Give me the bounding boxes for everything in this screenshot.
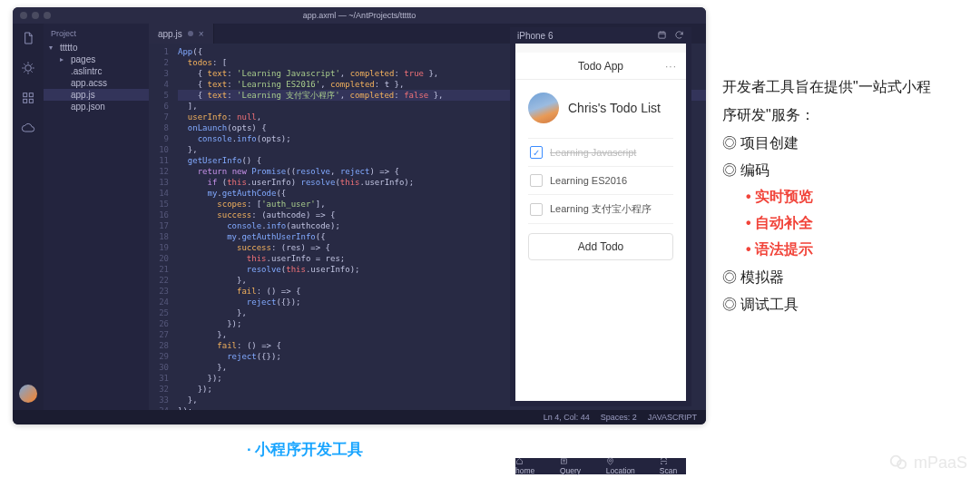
file-label: pages	[71, 54, 95, 64]
todo-item-1[interactable]: Learning ES2016	[528, 166, 673, 194]
files-icon[interactable]	[21, 31, 35, 48]
navbar-more-icon[interactable]: ···	[665, 60, 677, 73]
bb-scan[interactable]: Scan	[660, 457, 686, 475]
chevron-icon: ▾	[49, 44, 56, 52]
note-item-simulator: 模拟器	[722, 265, 967, 291]
note-item-project: 项目创建	[722, 131, 967, 157]
explorer-title: Project	[44, 27, 149, 42]
todo-item-0[interactable]: Learning Javascript	[528, 138, 673, 166]
svg-point-0	[25, 65, 32, 72]
notes-panel: 开发者工具旨在提供"一站式小程 序研发"服务： 项目创建 编码 实时预览 自动补…	[722, 74, 967, 320]
status-lang: JAVASCRIPT	[648, 413, 697, 422]
window-title: app.axml — ~/AntProjects/ttttto	[303, 11, 416, 20]
file-label: app.acss	[71, 78, 107, 88]
file-label: .aslintrc	[71, 66, 102, 76]
todo-item-2[interactable]: Learning 支付宝小程序	[528, 194, 673, 224]
tree-item--aslintrc[interactable]: .aslintrc	[44, 65, 149, 77]
tree-item-app-acss[interactable]: app.acss	[44, 77, 149, 89]
simulator-toolbar: iPhone 6	[510, 27, 691, 44]
activity-bar	[13, 24, 44, 410]
simulator-screen: Todo App ··· Chris's Todo List Learning …	[515, 44, 686, 401]
status-lncol: Ln 4, Col: 44	[544, 413, 590, 422]
todo-checkbox[interactable]	[530, 146, 543, 159]
window-controls[interactable]	[20, 12, 51, 19]
titlebar: app.axml — ~/AntProjects/ttttto	[13, 7, 706, 24]
app-navbar: Todo App ···	[515, 53, 686, 80]
file-explorer: Project ▾ttttto▸pages.aslintrcapp.acssap…	[44, 24, 149, 410]
wechat-icon	[888, 453, 908, 473]
tree-item-app-json[interactable]: app.json	[44, 101, 149, 112]
todo-list-title: Chris's Todo List	[568, 101, 661, 115]
add-todo-button[interactable]: Add Todo	[528, 233, 673, 260]
user-avatar	[528, 93, 559, 123]
status-spaces: Spaces: 2	[601, 413, 637, 422]
tree-item-app-js[interactable]: app.js	[44, 89, 149, 101]
add-todo-label: Add Todo	[578, 240, 624, 253]
watermark: mPaaS	[888, 453, 967, 473]
calendar-icon[interactable]	[657, 30, 667, 42]
svg-rect-5	[659, 32, 665, 38]
tab-app-js[interactable]: app.js ×	[149, 24, 214, 44]
components-icon[interactable]	[21, 91, 35, 108]
svg-rect-2	[29, 93, 33, 97]
bb-home[interactable]: home	[515, 457, 544, 475]
todo-text: Learning Javascript	[550, 147, 636, 158]
bb-query[interactable]: Query	[560, 457, 590, 475]
debug-icon[interactable]	[21, 61, 35, 78]
file-label: ttttto	[60, 43, 77, 53]
file-label: app.js	[71, 90, 95, 100]
dirty-indicator-icon	[188, 31, 193, 36]
tab-close-icon[interactable]: ×	[199, 29, 204, 39]
line-gutter: 1234567891011121314151617181920212223242…	[149, 44, 174, 410]
refresh-icon[interactable]	[674, 30, 684, 42]
notes-intro-1: 开发者工具旨在提供"一站式小程	[722, 74, 967, 101]
note-sub-preview: 实时预览	[746, 184, 967, 210]
note-sub-syntax: 语法提示	[746, 237, 967, 263]
note-item-debug: 调试工具	[722, 292, 967, 318]
tree-item-pages[interactable]: ▸pages	[44, 54, 149, 65]
tab-label: app.js	[158, 29, 182, 39]
chevron-icon: ▸	[60, 55, 67, 63]
cloud-icon[interactable]	[21, 121, 35, 138]
min-dot[interactable]	[32, 12, 39, 19]
status-bar: Ln 4, Col: 44 Spaces: 2 JAVASCRIPT	[13, 410, 706, 424]
watermark-text: mPaaS	[914, 454, 967, 473]
todo-text: Learning 支付宝小程序	[550, 202, 652, 216]
todo-checkbox[interactable]	[530, 203, 543, 216]
figure-caption: 小程序开发工具	[247, 439, 363, 460]
tree-item-ttttto[interactable]: ▾ttttto	[44, 42, 149, 54]
svg-rect-3	[24, 99, 27, 102]
close-dot[interactable]	[20, 12, 27, 19]
svg-rect-4	[29, 99, 33, 102]
svg-point-7	[609, 460, 611, 462]
note-item-coding: 编码 实时预览 自动补全 语法提示	[722, 158, 967, 262]
bb-location[interactable]: Location	[606, 457, 643, 475]
navbar-title: Todo App	[578, 60, 623, 73]
file-label: app.json	[71, 102, 105, 112]
svg-rect-6	[561, 459, 566, 463]
note-sub-autocomplete: 自动补全	[746, 210, 967, 237]
user-avatar-small[interactable]	[19, 385, 37, 403]
simulator-bottombar: home Query Location Scan	[515, 458, 686, 474]
max-dot[interactable]	[44, 12, 51, 19]
todo-text: Learning ES2016	[550, 175, 627, 186]
svg-rect-1	[24, 93, 27, 97]
device-label[interactable]: iPhone 6	[517, 31, 553, 41]
todo-checkbox[interactable]	[530, 174, 543, 187]
notes-intro-2: 序研发"服务：	[722, 102, 967, 129]
phone-statusbar	[515, 44, 686, 53]
